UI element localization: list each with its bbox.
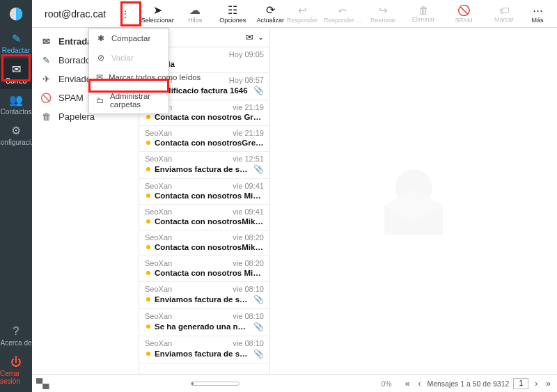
- contacts-label: Contactos: [0, 108, 31, 116]
- mail-label: Correo: [6, 77, 27, 85]
- compose-button[interactable]: ✎ Redactar: [0, 28, 32, 58]
- message-time: vie 09:41: [233, 182, 264, 190]
- unread-dot-icon: [146, 271, 150, 275]
- empty-icon: ⊘: [96, 53, 106, 63]
- logout-button[interactable]: ⏻ Cerrar sesión: [0, 351, 32, 392]
- message-item[interactable]: SeoXanvie 08:10Enviamos factura de su pe…: [139, 282, 269, 309]
- mail-icon: ✉: [12, 64, 21, 75]
- select-button[interactable]: ➤Seleccionar: [139, 3, 175, 24]
- settings-nav[interactable]: ⚙ Configuraci...: [0, 120, 32, 150]
- options-button[interactable]: ☷Opciones: [214, 3, 251, 24]
- attachment-icon: 📎: [253, 164, 264, 174]
- about-nav[interactable]: ? Acerca de: [0, 320, 32, 351]
- trash-icon: 🗑: [418, 4, 429, 16]
- forward-icon: ↪: [379, 4, 388, 17]
- message-subject: Enviamos factura de su pedido 16...: [155, 295, 249, 304]
- message-item[interactable]: SeoXanvie 09:41Contacta con nosotrosMike…: [139, 205, 269, 230]
- message-time: vie 08:10: [233, 312, 264, 320]
- compact-icon: ✱: [96, 33, 106, 43]
- replyall-icon: ⤺: [338, 4, 347, 17]
- folder-dropdown: ✱Compactar ⊘Vaciar ✉Marcar todos como le…: [88, 28, 169, 114]
- unread-dot-icon: [146, 352, 150, 356]
- message-time: vie 09:41: [233, 207, 264, 216]
- message-sender: SeoXan: [145, 259, 172, 267]
- message-item[interactable]: SeoXanvie 09:41Contacta con nosotros Mik…: [139, 179, 269, 205]
- next-page-button[interactable]: ›: [533, 379, 540, 389]
- message-time: Hoy 09:05: [229, 50, 264, 58]
- compose-label: Redactar: [2, 47, 31, 54]
- folder-item-icon: ✉: [40, 36, 52, 47]
- message-time: vie 08:20: [233, 259, 264, 267]
- page-input[interactable]: [513, 378, 528, 389]
- list-mode-caret-icon[interactable]: ⌄: [258, 33, 264, 42]
- message-item[interactable]: SeoXanvie 21:19Contacta con nosotrosGreg…: [139, 126, 269, 152]
- message-sender: SeoXan: [145, 155, 172, 163]
- app-logo: [0, 0, 32, 28]
- message-sender: SeoXan: [145, 312, 172, 320]
- gear-icon: ⚙: [11, 125, 21, 136]
- compact-item[interactable]: ✱Compactar: [89, 29, 168, 48]
- message-sender: SeoXan: [145, 233, 172, 242]
- threads-button[interactable]: ☁Hilos: [177, 3, 213, 24]
- spam-icon: 🚫: [457, 4, 471, 17]
- unread-dot-icon: [146, 115, 150, 119]
- cursor-icon: ➤: [153, 3, 162, 17]
- attachment-icon: 📎: [253, 86, 264, 95]
- message-subject: Contacta con nosotros Gregoryflo...: [155, 113, 264, 121]
- reply-button[interactable]: ↩Responder: [283, 4, 322, 24]
- folder-item-icon: 🗑: [40, 111, 52, 122]
- message-subject: Contacta con nosotros Mike Nath...: [155, 191, 264, 200]
- message-sender: SeoXan: [145, 129, 172, 137]
- message-sender: SeoXan: [145, 339, 172, 347]
- prev-page-button[interactable]: ‹: [416, 379, 423, 389]
- replyall-button[interactable]: ⤺Responder ...: [323, 4, 362, 24]
- mark-button[interactable]: 🏷Marcar: [485, 4, 524, 23]
- page-info: Mensajes 1 a 50 de 9312: [427, 379, 509, 388]
- message-item[interactable]: SeoXanvie 12:51Enviamos factura de su pe…: [139, 152, 269, 179]
- markread-item[interactable]: ✉Marcar todos como leídos: [89, 68, 168, 87]
- list-mode-icon[interactable]: ✉: [246, 32, 253, 42]
- message-item[interactable]: SeoXanvie 08:10Enviamos factura de su pe…: [139, 336, 269, 363]
- contacts-nav[interactable]: 👥 Contactos: [0, 89, 32, 120]
- folder-menu-button[interactable]: ⋮: [117, 6, 134, 22]
- message-sender: SeoXan: [145, 182, 172, 190]
- disk-icon: ▀▄: [36, 378, 49, 389]
- folder-item-icon: ✎: [40, 55, 52, 65]
- message-item[interactable]: SeoXanvie 08:20Contacta con nosotrosMike…: [139, 230, 269, 256]
- message-sender: SeoXan: [145, 285, 172, 293]
- unread-dot-icon: [146, 167, 150, 171]
- question-icon: ?: [13, 326, 19, 337]
- contacts-icon: 👥: [9, 95, 23, 106]
- message-time: vie 21:19: [233, 103, 264, 111]
- folder-item-label: Entrada: [58, 36, 92, 47]
- mail-nav[interactable]: ✉ Correo: [0, 58, 32, 89]
- tag-icon: 🏷: [499, 4, 510, 16]
- first-page-button[interactable]: «: [403, 379, 412, 389]
- message-subject: Enviamos factura de su pedido 16...: [155, 350, 249, 358]
- attachment-icon: 📎: [253, 322, 264, 331]
- spam-button[interactable]: 🚫SPAM: [444, 4, 483, 24]
- quota-pct: 0%: [382, 379, 392, 388]
- message-time: Hoy 08:57: [229, 76, 264, 84]
- last-page-button[interactable]: »: [544, 379, 553, 389]
- folder-icon: 🗀: [96, 96, 104, 104]
- manage-folders-item[interactable]: 🗀Administrar carpetas: [89, 87, 168, 113]
- delete-button[interactable]: 🗑Eliminar: [404, 4, 443, 23]
- attachment-icon: 📎: [253, 349, 264, 359]
- message-time: vie 08:10: [233, 285, 264, 293]
- more-button[interactable]: ⋯Más: [525, 4, 550, 24]
- power-icon: ⏻: [10, 356, 22, 368]
- kebab-icon: ⋮: [121, 9, 130, 19]
- account-email[interactable]: root@drac.cat: [45, 8, 113, 19]
- forward-button[interactable]: ↪Reenviar: [363, 4, 402, 24]
- open-mail-icon: ✉: [96, 72, 103, 82]
- unread-dot-icon: [146, 297, 150, 301]
- message-subject: Contacta con nosotrosMike Brooks: [155, 243, 264, 251]
- message-item[interactable]: SeoXanvie 08:10Se ha generado una nueva …: [139, 309, 269, 336]
- message-item[interactable]: SeoXanvie 08:20Contacta con nosotros Mik…: [139, 256, 269, 282]
- empty-item[interactable]: ⊘Vaciar: [89, 48, 168, 68]
- unread-dot-icon: [146, 194, 150, 198]
- message-subject: Contacta con nosotrosGregoryfloks: [155, 139, 264, 147]
- sliders-icon: ☷: [228, 3, 237, 17]
- about-label: Acerca de: [0, 339, 31, 347]
